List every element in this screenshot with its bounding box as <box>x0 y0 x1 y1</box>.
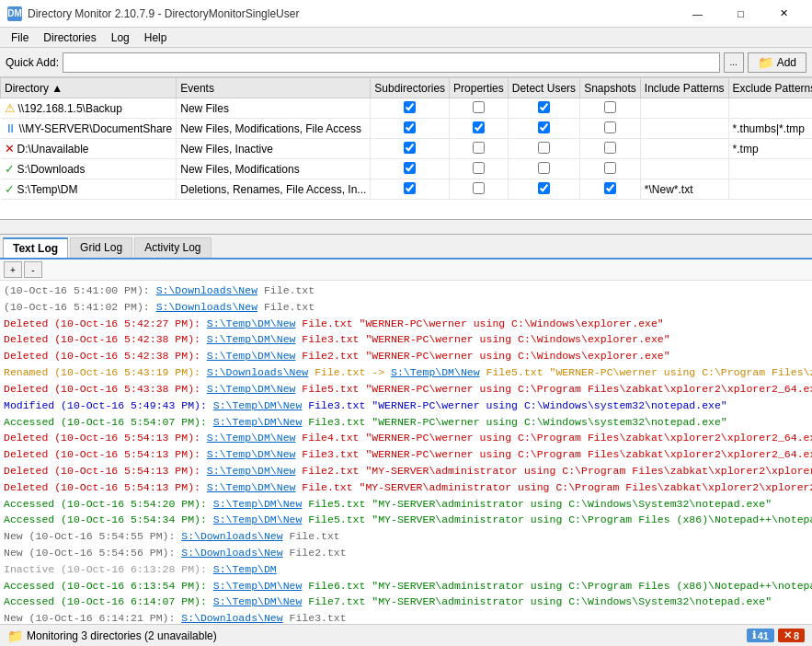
exclude_patterns-cell <box>728 98 812 119</box>
detect_users-cell[interactable] <box>508 119 579 139</box>
log-path-link[interactable]: S:\Temp\DM\New <box>213 416 303 428</box>
subdirectories-cell[interactable] <box>371 139 450 159</box>
table-row[interactable]: ⏸\\MY-SERVER\DocumentShareNew Files, Mod… <box>1 119 813 139</box>
directory-table-container: Directory ▲ Events Subdirectories Proper… <box>0 77 812 220</box>
properties-cell[interactable] <box>450 139 509 159</box>
directory-path: D:\Unavailable <box>17 143 89 156</box>
log-line: New (10-Oct-16 5:54:55 PM): S:\Downloads… <box>4 528 808 545</box>
menu-item-help[interactable]: Help <box>137 29 175 46</box>
log-path-link[interactable]: S:\Temp\DM\New <box>213 399 303 411</box>
log-line: New (10-Oct-16 6:14:21 PM): S:\Downloads… <box>4 610 808 624</box>
directory-path: S:\Temp\DM <box>17 183 78 196</box>
close-button[interactable]: ✕ <box>763 0 805 28</box>
tab-text-log[interactable]: Text Log <box>3 237 68 258</box>
statusbar-warn-badge: ✕ 8 <box>778 629 805 642</box>
log-path-link[interactable]: S:\Downloads\New <box>156 301 257 313</box>
table-header-row: Directory ▲ Events Subdirectories Proper… <box>1 78 813 98</box>
log-path-link[interactable]: S:\Temp\DM\New <box>213 580 303 592</box>
info-icon: ℹ <box>752 629 756 641</box>
log-path-link[interactable]: S:\Temp\DM\New <box>391 366 480 378</box>
log-path-link[interactable]: S:\Temp\DM\New <box>213 595 303 607</box>
menu-item-file[interactable]: File <box>4 29 36 46</box>
table-horizontal-scrollbar[interactable] <box>0 220 812 235</box>
log-path-link[interactable]: S:\Temp\DM\New <box>207 448 296 460</box>
properties-cell[interactable] <box>450 98 509 119</box>
log-path-link[interactable]: S:\Temp\DM\New <box>207 465 296 477</box>
log-path-link[interactable]: S:\Temp\DM\New <box>207 333 296 345</box>
include_patterns-cell <box>640 139 728 159</box>
log-path-link[interactable]: S:\Temp\DM\New <box>207 432 296 444</box>
titlebar: DM Directory Monitor 2.10.7.9 - Director… <box>0 0 812 28</box>
log-line: Accessed (10-Oct-16 5:54:07 PM): S:\Temp… <box>4 414 808 431</box>
subdirectories-cell[interactable] <box>371 179 450 200</box>
log-path-link[interactable]: S:\Downloads\New <box>181 530 282 542</box>
warn-icon: ✕ <box>783 629 792 641</box>
statusbar-folder-icon: 📁 <box>7 629 23 643</box>
quickadd-add-button[interactable]: 📁 Add <box>748 52 806 73</box>
log-path-link[interactable]: S:\Downloads\New <box>181 612 282 624</box>
log-path-link[interactable]: S:\Temp\DM\New <box>207 317 296 329</box>
snapshots-cell[interactable] <box>580 159 641 179</box>
status-icon: ✓ <box>5 162 15 176</box>
log-path-link[interactable]: S:\Temp\DM\New <box>213 513 303 525</box>
log-line: Deleted (10-Oct-16 5:54:13 PM): S:\Temp\… <box>4 463 808 479</box>
exclude_patterns-cell <box>728 179 812 200</box>
log-toolbar: + - <box>0 260 812 281</box>
snapshots-cell[interactable] <box>580 98 641 119</box>
log-line: Deleted (10-Oct-16 5:43:38 PM): S:\Temp\… <box>4 381 808 398</box>
table-row[interactable]: ✕D:\UnavailableNew Files, Inactive*.tmp <box>1 139 813 159</box>
log-path-link[interactable]: S:\Temp\DM\New <box>213 498 303 510</box>
log-line: Accessed (10-Oct-16 5:54:34 PM): S:\Temp… <box>4 512 808 528</box>
log-path-link[interactable]: S:\Downloads\New <box>156 284 257 296</box>
table-row[interactable]: ⚠\\192.168.1.5\BackupNew Files <box>1 98 813 119</box>
snapshots-cell[interactable] <box>580 119 641 139</box>
col-header-snapshots[interactable]: Snapshots <box>580 78 641 98</box>
col-header-events[interactable]: Events <box>177 78 371 98</box>
tab-activity-log[interactable]: Activity Log <box>134 237 211 258</box>
detect_users-cell[interactable] <box>508 159 579 179</box>
detect_users-cell[interactable] <box>508 139 579 159</box>
log-path-link[interactable]: S:\Temp\DM\New <box>207 481 296 493</box>
col-header-subdirectories[interactable]: Subdirectories <box>371 78 450 98</box>
menu-item-directories[interactable]: Directories <box>36 29 103 46</box>
col-header-directory[interactable]: Directory ▲ <box>1 78 177 98</box>
table-row[interactable]: ✓S:\Temp\DMDeletions, Renames, File Acce… <box>1 179 813 200</box>
log-path-link[interactable]: S:\Temp\DM <box>213 563 277 575</box>
detect_users-cell[interactable] <box>508 98 579 119</box>
directory-path: S:\Downloads <box>17 163 86 176</box>
quickadd-input[interactable] <box>63 52 720 73</box>
subdirectories-cell[interactable] <box>371 98 450 119</box>
events-cell: New Files, Modifications, File Access <box>177 119 371 139</box>
window-controls: — □ ✕ <box>677 0 805 28</box>
app-icon: DM <box>7 6 22 21</box>
log-area[interactable]: (10-Oct-16 5:41:00 PM): S:\Downloads\New… <box>0 281 812 624</box>
maximize-button[interactable]: □ <box>720 0 761 28</box>
table-row[interactable]: ✓S:\DownloadsNew Files, Modifications <box>1 159 813 179</box>
tab-grid-log[interactable]: Grid Log <box>70 237 132 258</box>
log-decrease-font-button[interactable]: - <box>24 261 42 278</box>
include_patterns-cell: *\New*.txt <box>640 179 728 200</box>
log-increase-font-button[interactable]: + <box>4 261 22 278</box>
log-line: New (10-Oct-16 5:54:56 PM): S:\Downloads… <box>4 545 808 561</box>
col-header-properties[interactable]: Properties <box>450 78 509 98</box>
warn-count: 8 <box>794 630 799 641</box>
log-path-link[interactable]: S:\Temp\DM\New <box>207 383 296 395</box>
log-path-link[interactable]: S:\Downloads\New <box>207 366 308 378</box>
properties-cell[interactable] <box>450 179 509 200</box>
quickadd-browse-button[interactable]: ... <box>724 52 744 73</box>
detect_users-cell[interactable] <box>508 179 579 200</box>
col-header-exclude-patterns[interactable]: Exclude Patterns <box>728 78 812 98</box>
menu-item-log[interactable]: Log <box>104 29 137 46</box>
subdirectories-cell[interactable] <box>371 119 450 139</box>
minimize-button[interactable]: — <box>677 0 718 28</box>
properties-cell[interactable] <box>450 159 509 179</box>
quickadd-label: Quick Add: <box>6 56 59 69</box>
snapshots-cell[interactable] <box>580 139 641 159</box>
properties-cell[interactable] <box>450 119 509 139</box>
log-path-link[interactable]: S:\Downloads\New <box>181 547 282 559</box>
col-header-detect-users[interactable]: Detect Users <box>508 78 579 98</box>
log-path-link[interactable]: S:\Temp\DM\New <box>207 350 296 362</box>
subdirectories-cell[interactable] <box>371 159 450 179</box>
col-header-include-patterns[interactable]: Include Patterns <box>640 78 728 98</box>
snapshots-cell[interactable] <box>580 179 641 200</box>
